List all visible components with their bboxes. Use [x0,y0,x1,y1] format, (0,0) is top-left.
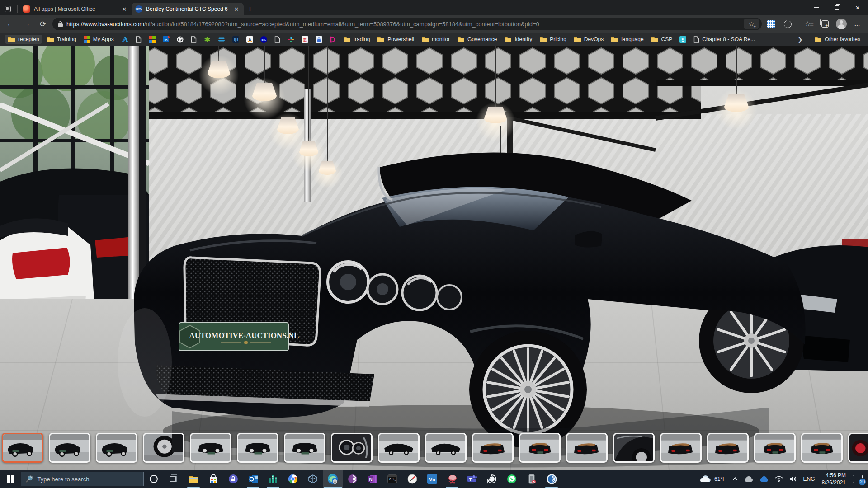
taskbar-outlook-icon[interactable] [243,470,263,488]
bookmark-item[interactable] [215,35,228,44]
bookmark-devops[interactable]: DevOps [571,35,607,44]
taskbar-snip-icon[interactable] [442,470,462,488]
photo-thumbnail-9[interactable] [378,433,420,463]
taskbar-tor-icon[interactable] [343,470,363,488]
bookmark-item[interactable] [284,35,297,44]
photo-thumbnail-3[interactable] [96,433,137,463]
new-tab-button[interactable]: + [244,3,256,15]
taskbar-edge-icon[interactable] [323,470,343,488]
bookmark-item[interactable] [118,35,132,44]
taskbar-search-input[interactable]: 🔍 Type here to search [21,472,144,486]
close-button[interactable]: ✕ [847,0,868,15]
photo-thumbnail-11[interactable] [472,433,514,463]
bookmark-identity[interactable]: Identity [501,35,535,44]
bookmark-item[interactable]: E [298,35,311,44]
taskbar-explorer-icon[interactable] [184,470,203,488]
taskbar-onenote-icon[interactable]: N [363,470,382,488]
bookmark-csp[interactable]: CSP [648,35,676,44]
onedrive-gray-icon[interactable] [741,470,756,488]
bookmark-chapter-8-soa-re-[interactable]: Chapter 8 - SOA Re... [690,35,758,44]
bookmark-item[interactable] [326,35,339,44]
bookmark-item[interactable]: a [243,35,256,44]
collections-icon[interactable] [818,17,832,31]
language-indicator[interactable]: ENG [800,470,818,488]
add-favorite-icon[interactable]: ☆+ [744,19,759,29]
tray-chevron-icon[interactable] [729,470,741,488]
bookmark-item[interactable]: bol. [257,35,270,44]
bookmark-item[interactable] [146,35,159,44]
bookmark-item[interactable]: S [676,35,689,44]
photo-thumbnail-10[interactable] [425,433,467,463]
taskbar-your-phone-icon[interactable] [522,470,542,488]
photo-viewport[interactable]: AUTOMOTIVE-AUCTIONS.NL [0,46,868,470]
photo-thumbnail-17[interactable] [754,433,796,463]
weather-widget[interactable]: 61°F [697,470,729,488]
photo-thumbnail-18[interactable] [801,433,843,463]
tab-all-apps[interactable]: All apps | Microsoft Office ✕ [19,3,132,15]
taskbar-store-icon[interactable] [203,470,223,488]
taskbar-whatsapp-icon[interactable] [502,470,522,488]
photo-thumbnail-12[interactable] [519,433,561,463]
bookmarks-overflow-chevron-icon[interactable]: ❯ [795,36,805,43]
bookmark-trading[interactable]: trading [340,35,373,44]
taskbar-citrix-icon[interactable] [542,470,561,488]
clock[interactable]: 4:56 PM 8/26/2021 [818,472,849,486]
photo-thumbnail-8[interactable] [331,433,373,463]
taskbar-cube-3d-icon[interactable] [303,470,323,488]
action-center-icon[interactable]: 20 [849,470,868,488]
taskbar-signal-icon[interactable] [482,470,502,488]
taskbar-teams-icon[interactable]: T [462,470,482,488]
photo-thumbnail-13[interactable] [566,433,608,463]
taskbar-cmd-icon[interactable]: C:\_ [382,470,402,488]
photo-thumbnail-7[interactable] [284,433,326,463]
volume-icon[interactable] [786,470,800,488]
url-text[interactable]: https://www.bva-auctions.com/nl/auction/… [66,21,740,28]
photo-thumbnail-5[interactable] [190,433,231,463]
photo-thumbnail-2[interactable] [49,433,90,463]
tab-actions-menu-icon[interactable] [0,3,15,15]
bookmark-recepten[interactable]: recepten [5,35,42,44]
m365-grid-icon[interactable] [764,17,778,31]
photo-thumbnail-4[interactable] [143,433,184,463]
bookmark-pricing[interactable]: Pricing [536,35,570,44]
start-button[interactable] [0,470,21,488]
photo-thumbnail-16[interactable] [707,433,749,463]
photo-thumbnail-6[interactable] [237,433,278,463]
photo-thumbnail-19[interactable] [848,433,868,463]
bookmark-other-favorites[interactable]: Other favorites [811,35,863,44]
minimize-button[interactable] [806,0,826,15]
tab-bentley[interactable]: BVA Bentley Continental GTC Speed 6 ✕ [132,3,244,15]
favorites-icon[interactable]: ☆≡ [802,17,816,31]
wifi-icon[interactable] [772,470,786,488]
taskbar-keepass-icon[interactable] [223,470,243,488]
taskbar-vnc-icon[interactable]: Vn [422,470,442,488]
restore-button[interactable] [826,0,847,15]
bookmark-item[interactable] [271,35,283,44]
bookmark-monitor[interactable]: monitor [418,35,453,44]
refresh-icon[interactable]: ⟳ [36,17,50,31]
bookmark-powershell[interactable]: Powershell [374,35,417,44]
settings-menu-icon[interactable]: … [851,17,864,31]
taskbar-gauge-icon[interactable] [402,470,422,488]
bookmark-item[interactable]: in [160,35,173,44]
address-bar[interactable]: https://www.bva-auctions.com/nl/auction/… [52,18,762,30]
bookmark-my-apps[interactable]: My Apps [80,35,117,44]
bookmark-item[interactable]: ✱ [201,35,214,44]
bookmark-training[interactable]: Training [43,35,80,44]
bookmark-item[interactable] [312,35,326,44]
taskbar-taskview-icon[interactable] [164,470,184,488]
bookmark-governance[interactable]: Governance [454,35,500,44]
extension-icon[interactable] [781,17,794,31]
photo-thumbnail-15[interactable] [660,433,702,463]
tab-close-icon[interactable]: ✕ [121,5,128,13]
profile-avatar[interactable] [835,17,848,31]
tab-close-icon[interactable]: ✕ [233,5,240,13]
bookmark-item[interactable] [132,35,145,44]
back-icon[interactable]: ← [4,17,17,31]
bookmark-language[interactable]: language [608,35,646,44]
onedrive-blue-icon[interactable] [756,470,772,488]
bookmark-item[interactable] [229,35,242,44]
bookmark-item[interactable] [174,35,187,44]
taskbar-cortana-icon[interactable] [144,470,164,488]
forward-icon[interactable]: → [20,17,33,31]
